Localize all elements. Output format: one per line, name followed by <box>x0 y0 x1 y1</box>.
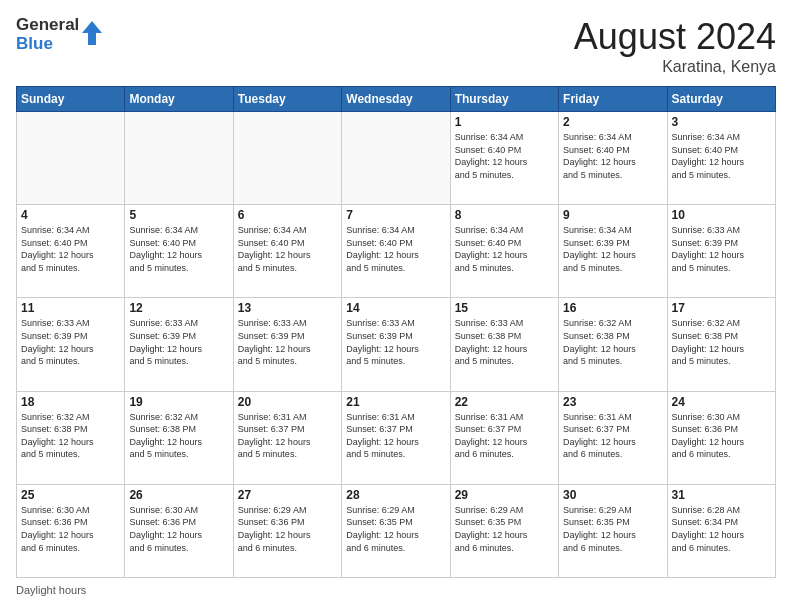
day-number: 15 <box>455 301 554 315</box>
day-number: 26 <box>129 488 228 502</box>
day-number: 3 <box>672 115 771 129</box>
calendar-day-cell: 8Sunrise: 6:34 AM Sunset: 6:40 PM Daylig… <box>450 205 558 298</box>
calendar-day-cell: 28Sunrise: 6:29 AM Sunset: 6:35 PM Dayli… <box>342 484 450 577</box>
calendar-day-cell <box>342 112 450 205</box>
day-number: 19 <box>129 395 228 409</box>
day-info: Sunrise: 6:29 AM Sunset: 6:36 PM Dayligh… <box>238 504 337 554</box>
day-info: Sunrise: 6:34 AM Sunset: 6:40 PM Dayligh… <box>346 224 445 274</box>
day-info: Sunrise: 6:32 AM Sunset: 6:38 PM Dayligh… <box>563 317 662 367</box>
day-number: 10 <box>672 208 771 222</box>
day-number: 9 <box>563 208 662 222</box>
day-info: Sunrise: 6:30 AM Sunset: 6:36 PM Dayligh… <box>672 411 771 461</box>
logo-icon <box>82 21 102 45</box>
calendar-day-cell: 7Sunrise: 6:34 AM Sunset: 6:40 PM Daylig… <box>342 205 450 298</box>
day-info: Sunrise: 6:33 AM Sunset: 6:39 PM Dayligh… <box>129 317 228 367</box>
calendar-day-cell: 21Sunrise: 6:31 AM Sunset: 6:37 PM Dayli… <box>342 391 450 484</box>
day-number: 13 <box>238 301 337 315</box>
day-number: 2 <box>563 115 662 129</box>
calendar-day-cell: 18Sunrise: 6:32 AM Sunset: 6:38 PM Dayli… <box>17 391 125 484</box>
day-number: 4 <box>21 208 120 222</box>
day-info: Sunrise: 6:29 AM Sunset: 6:35 PM Dayligh… <box>455 504 554 554</box>
day-info: Sunrise: 6:34 AM Sunset: 6:40 PM Dayligh… <box>563 131 662 181</box>
day-number: 22 <box>455 395 554 409</box>
svg-marker-0 <box>82 21 102 45</box>
calendar-day-cell: 13Sunrise: 6:33 AM Sunset: 6:39 PM Dayli… <box>233 298 341 391</box>
day-number: 27 <box>238 488 337 502</box>
day-number: 7 <box>346 208 445 222</box>
day-info: Sunrise: 6:31 AM Sunset: 6:37 PM Dayligh… <box>455 411 554 461</box>
day-info: Sunrise: 6:30 AM Sunset: 6:36 PM Dayligh… <box>129 504 228 554</box>
calendar-week-row: 25Sunrise: 6:30 AM Sunset: 6:36 PM Dayli… <box>17 484 776 577</box>
calendar-day-cell <box>17 112 125 205</box>
day-info: Sunrise: 6:34 AM Sunset: 6:40 PM Dayligh… <box>238 224 337 274</box>
day-info: Sunrise: 6:33 AM Sunset: 6:39 PM Dayligh… <box>346 317 445 367</box>
daylight-label: Daylight hours <box>16 584 86 596</box>
calendar-table: SundayMondayTuesdayWednesdayThursdayFrid… <box>16 86 776 578</box>
title-area: August 2024 Karatina, Kenya <box>574 16 776 76</box>
day-number: 29 <box>455 488 554 502</box>
day-info: Sunrise: 6:33 AM Sunset: 6:39 PM Dayligh… <box>672 224 771 274</box>
calendar-day-cell <box>233 112 341 205</box>
footer: Daylight hours <box>16 584 776 596</box>
calendar-day-cell: 19Sunrise: 6:32 AM Sunset: 6:38 PM Dayli… <box>125 391 233 484</box>
day-number: 31 <box>672 488 771 502</box>
calendar-week-row: 4Sunrise: 6:34 AM Sunset: 6:40 PM Daylig… <box>17 205 776 298</box>
calendar-day-cell: 3Sunrise: 6:34 AM Sunset: 6:40 PM Daylig… <box>667 112 775 205</box>
calendar-week-row: 1Sunrise: 6:34 AM Sunset: 6:40 PM Daylig… <box>17 112 776 205</box>
day-info: Sunrise: 6:31 AM Sunset: 6:37 PM Dayligh… <box>346 411 445 461</box>
day-info: Sunrise: 6:31 AM Sunset: 6:37 PM Dayligh… <box>238 411 337 461</box>
calendar-day-header: Wednesday <box>342 87 450 112</box>
calendar-day-cell: 9Sunrise: 6:34 AM Sunset: 6:39 PM Daylig… <box>559 205 667 298</box>
day-info: Sunrise: 6:32 AM Sunset: 6:38 PM Dayligh… <box>129 411 228 461</box>
day-number: 28 <box>346 488 445 502</box>
calendar-day-header: Saturday <box>667 87 775 112</box>
calendar-day-cell <box>125 112 233 205</box>
calendar-day-header: Sunday <box>17 87 125 112</box>
location: Karatina, Kenya <box>574 58 776 76</box>
calendar-day-cell: 15Sunrise: 6:33 AM Sunset: 6:38 PM Dayli… <box>450 298 558 391</box>
calendar-day-cell: 6Sunrise: 6:34 AM Sunset: 6:40 PM Daylig… <box>233 205 341 298</box>
calendar-day-cell: 24Sunrise: 6:30 AM Sunset: 6:36 PM Dayli… <box>667 391 775 484</box>
day-info: Sunrise: 6:34 AM Sunset: 6:40 PM Dayligh… <box>455 131 554 181</box>
logo-text: General Blue <box>16 16 79 53</box>
calendar-day-cell: 17Sunrise: 6:32 AM Sunset: 6:38 PM Dayli… <box>667 298 775 391</box>
month-year: August 2024 <box>574 16 776 58</box>
calendar-day-cell: 20Sunrise: 6:31 AM Sunset: 6:37 PM Dayli… <box>233 391 341 484</box>
calendar-day-cell: 22Sunrise: 6:31 AM Sunset: 6:37 PM Dayli… <box>450 391 558 484</box>
day-number: 16 <box>563 301 662 315</box>
day-info: Sunrise: 6:28 AM Sunset: 6:34 PM Dayligh… <box>672 504 771 554</box>
day-info: Sunrise: 6:29 AM Sunset: 6:35 PM Dayligh… <box>346 504 445 554</box>
day-info: Sunrise: 6:33 AM Sunset: 6:39 PM Dayligh… <box>238 317 337 367</box>
calendar-day-cell: 29Sunrise: 6:29 AM Sunset: 6:35 PM Dayli… <box>450 484 558 577</box>
day-info: Sunrise: 6:33 AM Sunset: 6:38 PM Dayligh… <box>455 317 554 367</box>
calendar-day-cell: 14Sunrise: 6:33 AM Sunset: 6:39 PM Dayli… <box>342 298 450 391</box>
day-number: 30 <box>563 488 662 502</box>
logo: General Blue <box>16 16 102 53</box>
day-info: Sunrise: 6:32 AM Sunset: 6:38 PM Dayligh… <box>21 411 120 461</box>
day-number: 8 <box>455 208 554 222</box>
day-number: 14 <box>346 301 445 315</box>
day-info: Sunrise: 6:34 AM Sunset: 6:40 PM Dayligh… <box>672 131 771 181</box>
logo-general: General <box>16 16 79 35</box>
calendar-day-cell: 16Sunrise: 6:32 AM Sunset: 6:38 PM Dayli… <box>559 298 667 391</box>
calendar-day-cell: 10Sunrise: 6:33 AM Sunset: 6:39 PM Dayli… <box>667 205 775 298</box>
logo-blue: Blue <box>16 35 79 54</box>
day-info: Sunrise: 6:34 AM Sunset: 6:39 PM Dayligh… <box>563 224 662 274</box>
day-number: 6 <box>238 208 337 222</box>
page: General Blue August 2024 Karatina, Kenya… <box>0 0 792 612</box>
calendar-day-cell: 25Sunrise: 6:30 AM Sunset: 6:36 PM Dayli… <box>17 484 125 577</box>
day-info: Sunrise: 6:33 AM Sunset: 6:39 PM Dayligh… <box>21 317 120 367</box>
day-number: 5 <box>129 208 228 222</box>
day-info: Sunrise: 6:31 AM Sunset: 6:37 PM Dayligh… <box>563 411 662 461</box>
day-number: 23 <box>563 395 662 409</box>
calendar-header-row: SundayMondayTuesdayWednesdayThursdayFrid… <box>17 87 776 112</box>
day-info: Sunrise: 6:34 AM Sunset: 6:40 PM Dayligh… <box>21 224 120 274</box>
day-number: 21 <box>346 395 445 409</box>
calendar-day-cell: 1Sunrise: 6:34 AM Sunset: 6:40 PM Daylig… <box>450 112 558 205</box>
day-number: 11 <box>21 301 120 315</box>
day-info: Sunrise: 6:34 AM Sunset: 6:40 PM Dayligh… <box>129 224 228 274</box>
calendar-day-header: Friday <box>559 87 667 112</box>
day-number: 24 <box>672 395 771 409</box>
day-info: Sunrise: 6:34 AM Sunset: 6:40 PM Dayligh… <box>455 224 554 274</box>
calendar-day-cell: 4Sunrise: 6:34 AM Sunset: 6:40 PM Daylig… <box>17 205 125 298</box>
